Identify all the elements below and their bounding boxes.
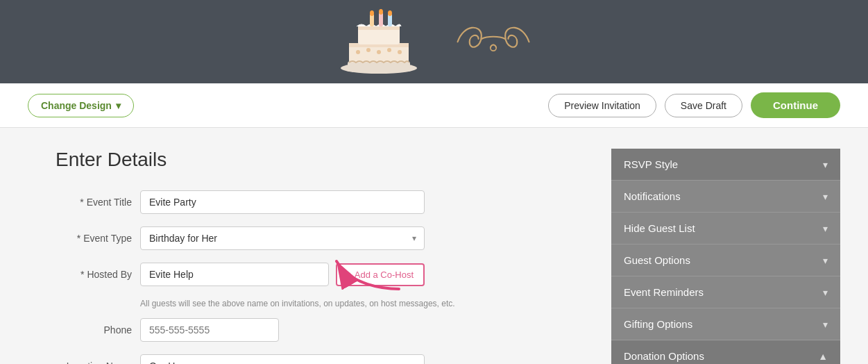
chevron-icon-reminders: ▾ <box>823 287 828 298</box>
location-input[interactable] <box>140 354 425 364</box>
add-cohost-button[interactable]: + Add a Co-Host <box>336 263 425 286</box>
svg-point-7 <box>387 48 391 52</box>
sidebar-item-event-reminders[interactable]: Event Reminders ▾ <box>611 276 840 308</box>
hosted-by-row: * Hosted By + Add a Co-Host <box>56 263 584 286</box>
save-draft-button[interactable]: Save Draft <box>665 94 742 117</box>
event-type-select[interactable]: Birthday for Her Birthday for Him Genera… <box>140 226 425 250</box>
right-sidebar: RSVP Style ▾ Notifications ▾ Hide Guest … <box>611 149 840 364</box>
sidebar-item-label-hide-guest: Hide Guest List <box>624 222 695 234</box>
chevron-icon-notifications: ▾ <box>823 191 828 202</box>
sidebar-item-hide-guest-list[interactable]: Hide Guest List ▾ <box>611 213 840 245</box>
sidebar-item-label-notifications: Notifications <box>624 190 681 202</box>
phone-row: Phone <box>56 318 584 342</box>
phone-input[interactable] <box>140 318 279 342</box>
hosted-by-group: + Add a Co-Host <box>140 263 425 286</box>
chevron-down-icon: ▾ <box>116 100 121 111</box>
change-design-label: Change Design <box>41 100 112 111</box>
sidebar-item-label-reminders: Event Reminders <box>624 286 704 298</box>
continue-button[interactable]: Continue <box>751 92 840 118</box>
sidebar-item-rsvp-style[interactable]: RSVP Style ▾ <box>611 149 840 181</box>
sidebar-item-label-donation: Donation Options <box>624 350 704 362</box>
cake-illustration <box>334 7 424 76</box>
chevron-icon-gifting: ▾ <box>823 319 828 330</box>
sidebar-item-notifications[interactable]: Notifications ▾ <box>611 181 840 213</box>
sidebar-item-donation-options[interactable]: Donation Options ▲ <box>611 340 840 364</box>
toolbar: Change Design ▾ Preview Invitation Save … <box>0 83 868 128</box>
toolbar-left: Change Design ▾ <box>28 94 134 117</box>
event-type-select-wrap: Birthday for Her Birthday for Him Genera… <box>140 226 425 250</box>
event-type-row: * Event Type Birthday for Her Birthday f… <box>56 226 584 250</box>
hint-text: All guests will see the above name on in… <box>140 299 584 308</box>
hosted-by-label: * Hosted By <box>56 263 132 280</box>
svg-point-14 <box>370 10 374 16</box>
change-design-button[interactable]: Change Design ▾ <box>28 94 134 117</box>
swirl-decoration <box>452 18 535 66</box>
chevron-icon-guest: ▾ <box>823 255 828 266</box>
svg-point-5 <box>366 48 371 52</box>
event-type-label: * Event Type <box>56 226 132 244</box>
sidebar-item-gifting-options[interactable]: Gifting Options ▾ <box>611 308 840 340</box>
location-row: Location Name <box>56 354 584 364</box>
banner-header <box>0 0 868 83</box>
sidebar-item-label-guest: Guest Options <box>624 254 690 266</box>
chevron-icon-donation: ▲ <box>818 351 828 362</box>
sidebar-item-label-rsvp: RSVP Style <box>624 158 678 170</box>
location-label: Location Name <box>56 354 132 364</box>
phone-label: Phone <box>56 318 132 336</box>
svg-point-4 <box>356 50 360 54</box>
svg-point-8 <box>398 50 402 54</box>
preview-invitation-button[interactable]: Preview Invitation <box>548 94 656 117</box>
form-title: Enter Details <box>56 149 584 171</box>
toolbar-center: Preview Invitation Save Draft Continue <box>548 92 840 118</box>
event-title-label: * Event Title <box>56 190 132 208</box>
hosted-by-input[interactable] <box>140 263 329 286</box>
sidebar-item-label-gifting: Gifting Options <box>624 318 692 330</box>
sidebar-item-guest-options[interactable]: Guest Options ▾ <box>611 245 840 276</box>
svg-rect-10 <box>358 26 400 30</box>
svg-point-16 <box>388 10 392 16</box>
form-section: Enter Details * Event Title * Event Type… <box>56 149 584 364</box>
main-content: Enter Details * Event Title * Event Type… <box>0 128 868 364</box>
svg-point-15 <box>379 9 383 15</box>
chevron-icon-rsvp: ▾ <box>823 159 828 170</box>
svg-point-6 <box>377 50 381 54</box>
chevron-icon-hide-guest: ▾ <box>823 223 828 234</box>
event-title-row: * Event Title <box>56 190 584 214</box>
banner-decoration <box>334 7 535 76</box>
event-title-input[interactable] <box>140 190 425 214</box>
